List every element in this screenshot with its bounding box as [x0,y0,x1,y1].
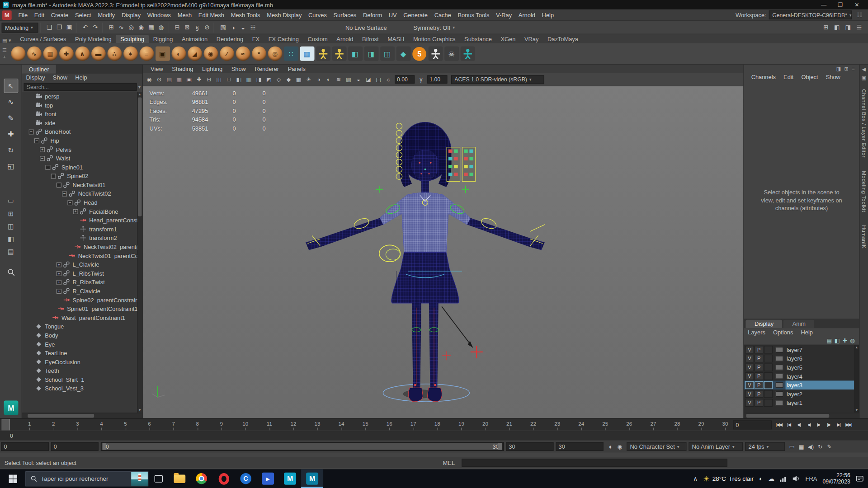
smear-tool-icon[interactable]: ≈ [235,45,251,62]
undo-icon[interactable]: ↶ [80,23,90,33]
imprint-tool-icon[interactable]: ▣ [155,45,171,62]
outliner-menu-display[interactable]: Display [22,74,49,82]
layer-playback-toggle[interactable]: P [755,399,764,407]
input-connections-icon[interactable]: ⊟ [172,23,182,33]
gate-mask-icon[interactable]: ◧ [234,75,244,84]
outliner-row-tearline[interactable]: TearLine [22,348,142,357]
film-gate-icon[interactable]: ◫ [214,75,224,84]
daz-t-pose-icon[interactable] [459,45,476,62]
layer-mode-icon[interactable]: ▤ [826,338,832,343]
lasso-tool[interactable]: ∿ [4,94,18,109]
layer-horizontal-scrollbar[interactable] [744,413,859,418]
camera-attributes-icon[interactable]: ▤ [165,75,174,84]
mel-label[interactable]: MEL [443,459,462,466]
menu-modify[interactable]: Modify [94,9,118,21]
current-frame-field[interactable]: 0 [733,420,772,429]
symmetry-tool-icon[interactable]: ▦ [299,45,315,62]
outliner-row-hip[interactable]: −Hip [22,136,142,145]
collapse-toggle[interactable]: − [40,156,45,161]
collapse-toggle[interactable]: − [51,174,56,178]
layer-display-type-toggle[interactable] [764,381,773,389]
layer-display-type-toggle[interactable] [764,355,773,362]
fps-selector[interactable]: 24 fps▾ [745,442,785,451]
shelf-dropdown-icon[interactable]: ▾ [9,38,11,43]
menu-select[interactable]: Select [72,9,94,21]
shelf-tab-fx-caching[interactable]: FX Caching [264,35,303,43]
panel-menu-shading[interactable]: Shading [168,65,198,73]
smooth-tool-icon[interactable]: ∿ [26,45,42,62]
outliner-row-spine01[interactable]: −Spine01 [22,163,142,172]
outliner-row-front[interactable]: front [22,109,142,118]
redo-icon[interactable]: ↷ [90,23,100,33]
playback-options-icon[interactable]: ▭ [787,442,797,451]
field-chart-icon[interactable]: ▥ [244,75,254,84]
outliner-persp-layout[interactable]: ◧ [4,234,18,244]
iclone-badge-icon[interactable]: 5 [411,45,428,62]
anim-layer-selector[interactable]: No Anim Layer▾ [689,442,743,451]
shelf-tab-vray[interactable]: VRay [520,35,543,43]
outliner-row-persp[interactable]: persp [22,92,142,101]
taskbar-app-opera[interactable] [212,469,235,488]
scene-3d-view[interactable]: Verts:4966100Edges:9688100Faces:4729500T… [143,86,744,418]
collapse-toggle[interactable]: − [67,200,72,205]
open-scene-icon[interactable]: ❐ [54,23,64,33]
layer-editor-menu-options[interactable]: Options [769,328,797,336]
layer-row-layer1[interactable]: VPlayer1 [744,399,859,408]
outliner-row-necktwist02-parent[interactable]: NeckTwist02_parent( [22,242,142,251]
menu-edit-mesh[interactable]: Edit Mesh [195,9,227,21]
layer-color-swatch[interactable] [776,365,783,370]
spray-tool-icon[interactable]: ✶ [123,45,139,62]
menu-display[interactable]: Display [118,9,144,21]
playhead[interactable] [2,418,10,431]
image-plane-icon[interactable]: ▣ [184,75,194,84]
expand-toggle[interactable]: + [40,147,45,152]
outliner-vertical-scrollbar[interactable]: ▲ ▼ [137,92,142,413]
strip-collapse-icon[interactable]: ◀ [862,66,866,72]
snap-to-center-icon[interactable]: ◉ [136,23,146,33]
safe-action-icon[interactable]: ◨ [254,75,264,84]
outliner-row-eye[interactable]: Eye [22,340,142,349]
shelf-tab-rigging[interactable]: Rigging [149,35,177,43]
step-back-key-button[interactable]: |◀ [784,420,794,430]
safe-title-icon[interactable]: ◩ [264,75,274,84]
start-button[interactable] [0,469,25,488]
select-tool[interactable]: ↖ [4,79,18,93]
rotate-tool[interactable]: ↻ [4,143,18,157]
menu-v-ray[interactable]: V-Ray [493,9,515,21]
outliner-row-boneroot[interactable]: −BoneRoot [22,127,142,136]
channel-box-menu-channels[interactable]: Channels [747,72,779,82]
outliner-row-necktwist01-parentco[interactable]: NeckTwist01_parentCo [22,251,142,260]
character-set-selector[interactable]: No Character Set▾ [627,442,686,451]
audio-icon[interactable]: ◀) [806,442,816,451]
playback-end-field[interactable]: 30 [506,442,553,451]
workspace-options-icon[interactable]: ☷ [855,10,865,20]
layer-color-swatch[interactable] [776,391,783,397]
gem-tool-icon[interactable]: ◆ [395,45,411,62]
snap-to-point-icon[interactable]: ◎ [126,23,136,33]
layer-editor-tab-anim[interactable]: Anim [783,320,814,328]
outliner-row-school-shirt-1[interactable]: School_Shirt_1 [22,375,142,384]
shelf-tab-mash[interactable]: MASH [383,35,409,43]
scroll-up-icon[interactable]: ▲ [854,345,859,350]
collapse-toggle[interactable]: − [57,182,61,187]
slider-speed-icon[interactable]: ⊞ [844,66,849,73]
grid-toggle-icon[interactable]: ⊞ [821,23,831,33]
ik-target-crosshair[interactable] [442,346,482,360]
go-to-end-button[interactable]: ▶▶| [844,420,854,430]
amplify-tool-icon[interactable]: ◎ [267,45,283,62]
layer-playback-toggle[interactable]: P [755,390,764,398]
bulge-tool-icon[interactable]: * [251,45,267,62]
layer-row-layer3[interactable]: VPlayer3 [744,380,859,389]
four-pane-layout[interactable]: ⊞ [4,208,18,219]
language-indicator[interactable]: FRA [806,475,817,482]
hidden-icons-chevron[interactable]: ∧ [693,475,698,482]
layer-row-layer7[interactable]: VPlayer7 [744,345,859,354]
lock-camera-icon[interactable]: ⊙ [155,75,164,84]
panel-menu-lighting[interactable]: Lighting [198,65,227,73]
shaded-mode-icon[interactable]: ◆ [284,75,293,84]
gamma-field[interactable]: 1.00 [427,75,447,84]
grid-icon[interactable]: ⊞ [204,75,214,84]
layer-color-swatch[interactable] [776,400,783,405]
layer-display-type-toggle[interactable] [764,372,773,380]
knife-tool-icon[interactable]: ∕ [219,45,235,62]
